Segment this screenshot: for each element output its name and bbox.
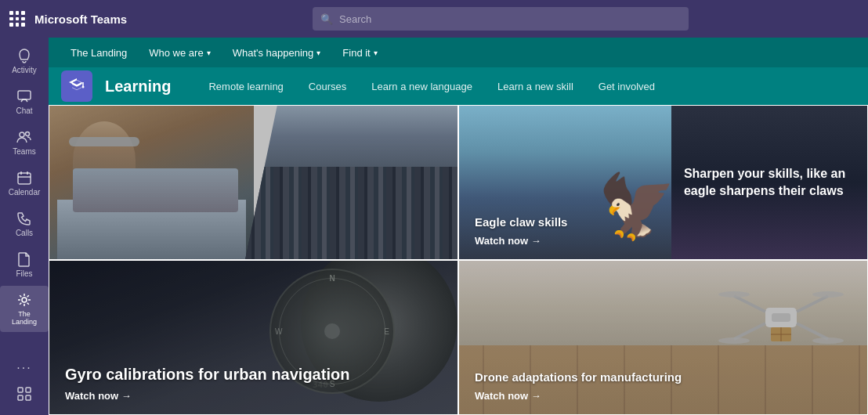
nav-chevron-whats: ▾ [316, 49, 320, 57]
eagle-watch-now[interactable]: Watch now → [475, 235, 567, 247]
card-content [49, 106, 458, 259]
sidebar-label-files: Files [16, 269, 32, 278]
nav-item-find[interactable]: Find it ▾ [333, 42, 386, 63]
sidebar-item-calls[interactable]: Calls [0, 204, 49, 244]
sidebar-item-files[interactable]: Files [0, 245, 49, 284]
svg-rect-6 [26, 388, 31, 392]
sub-nav-title: Learning [105, 78, 171, 96]
top-bar: Microsoft Teams 🔍 Search [0, 0, 868, 38]
nav-label-landing: The Landing [71, 47, 127, 59]
sidebar-label-calls: Calls [16, 229, 33, 237]
subnav-label-courses: Courses [309, 81, 346, 92]
sub-nav: Learning Remote learning Courses Learn a… [49, 67, 868, 105]
sub-nav-links: Remote learning Courses Learn a new lang… [196, 74, 667, 99]
svg-rect-7 [18, 395, 23, 400]
sidebar-label-teams: Teams [13, 147, 35, 156]
app-title: Microsoft Teams [34, 13, 127, 26]
nav-chevron-find: ▾ [374, 49, 378, 57]
sidebar-item-calendar[interactable]: Calendar [0, 164, 49, 203]
learning-logo [61, 70, 92, 102]
subnav-label-involved: Get involved [599, 81, 655, 92]
eagle-text-panel: Sharpen your skills, like an eagle sharp… [671, 106, 867, 259]
gyro-card-content: Gyro calibrations for urban navigation W… [49, 261, 458, 414]
svg-point-2 [26, 132, 30, 136]
subnav-label-language: Learn a new language [371, 81, 472, 92]
eagle-tagline: Sharpen your skills, like an eagle sharp… [684, 165, 855, 200]
nav-label-whats: What's happening [233, 47, 314, 59]
sidebar-label-activity: Activity [12, 66, 37, 74]
more-dots: ... [16, 358, 31, 372]
gyro-watch-now[interactable]: Watch now → [65, 390, 442, 402]
card-gyro[interactable]: N W340 N S W E Gyro calibrations for urb… [49, 260, 458, 415]
eagle-title: Eagle claw skills [475, 215, 567, 229]
nav-label-find: Find it [342, 47, 370, 59]
sidebar-label-chat: Chat [16, 106, 32, 115]
subnav-label-skill: Learn a new skill [497, 81, 573, 92]
sidebar-item-activity[interactable]: Activity [0, 42, 49, 81]
nav-item-landing[interactable]: The Landing [61, 42, 136, 63]
eagle-card-content: Eagle claw skills Watch now → [459, 106, 583, 259]
drone-card-content: Drone adaptations for manufacturing Watc… [459, 261, 867, 414]
subnav-link-remote[interactable]: Remote learning [196, 74, 295, 99]
svg-point-1 [20, 132, 24, 137]
gyro-title: Gyro calibrations for urban navigation [65, 366, 442, 384]
grid-icon[interactable] [9, 11, 25, 27]
svg-rect-5 [18, 388, 23, 392]
sidebar-item-teams[interactable]: Teams [0, 123, 49, 162]
card-top-left[interactable] [49, 105, 458, 260]
subnav-link-courses[interactable]: Courses [296, 74, 359, 99]
sidebar-item-landing[interactable]: The Landing [0, 286, 49, 332]
svg-point-9 [82, 86, 85, 88]
search-bar[interactable]: 🔍 Search [313, 7, 689, 31]
main-layout: Activity Chat Teams Cal [0, 38, 868, 415]
nav-item-whats[interactable]: What's happening ▾ [223, 42, 331, 63]
sidebar-bottom: ... [12, 351, 37, 415]
sidebar-label-landing: The Landing [5, 310, 44, 326]
card-eagle[interactable]: Sharpen your skills, like an eagle sharp… [458, 105, 868, 260]
sidebar: Activity Chat Teams Cal [0, 38, 49, 415]
nav-label-who: Who we are [149, 47, 203, 59]
svg-point-4 [22, 298, 27, 302]
sidebar-more[interactable]: ... [12, 352, 37, 378]
svg-rect-3 [18, 173, 31, 184]
subnav-link-involved[interactable]: Get involved [586, 74, 667, 99]
card-drone[interactable]: Drone adaptations for manufacturing Watc… [458, 260, 868, 415]
sidebar-item-chat[interactable]: Chat [0, 82, 49, 121]
svg-rect-8 [26, 395, 31, 400]
subnav-label-remote: Remote learning [208, 81, 283, 92]
nav-bar: The Landing Who we are ▾ What's happenin… [49, 38, 868, 67]
sidebar-label-calendar: Calendar [9, 188, 41, 197]
cards-grid: Sharpen your skills, like an eagle sharp… [49, 105, 868, 415]
nav-item-who[interactable]: Who we are ▾ [139, 42, 219, 63]
nav-chevron-who: ▾ [207, 49, 211, 57]
sidebar-apps[interactable] [12, 380, 37, 408]
svg-rect-0 [18, 91, 31, 99]
subnav-link-skill[interactable]: Learn a new skill [485, 74, 586, 99]
drone-title: Drone adaptations for manufacturing [475, 370, 852, 384]
search-placeholder: Search [339, 13, 371, 25]
subnav-link-language[interactable]: Learn a new language [359, 74, 485, 99]
content-area: The Landing Who we are ▾ What's happenin… [49, 38, 868, 415]
search-icon: 🔍 [320, 13, 333, 25]
drone-watch-now[interactable]: Watch now → [475, 390, 852, 402]
